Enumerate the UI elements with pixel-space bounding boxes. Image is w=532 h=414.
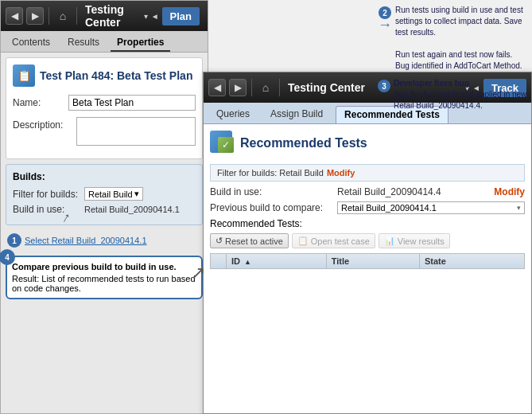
callout-4-text: Result: List of recommended tests to run… [12, 274, 196, 293]
filter-value: Retail Build [88, 189, 133, 199]
plan-icon: 📋 [13, 64, 35, 87]
prev-build-value: Retail Build_20090414.1 [341, 203, 514, 213]
view-results-button[interactable]: 📊 View results [379, 233, 450, 248]
callout-3-number: 3 [378, 80, 390, 92]
filter-bar-text: Filter for builds: Retail Build [217, 168, 324, 178]
build-modify-link[interactable]: Modify [494, 186, 525, 197]
right-home-icon[interactable]: ⌂ [257, 79, 274, 96]
description-row: Description: [13, 117, 196, 146]
callout-2: 2 → Run tests using build in use and tes… [378, 5, 527, 72]
tab-properties[interactable]: Properties [111, 34, 170, 52]
build-in-use-label-right: Build in use: [210, 186, 337, 197]
callout-4-number: 4 [0, 249, 15, 265]
prev-build-label: Previous build to compare: [210, 202, 337, 213]
callout-2-arrow: → [378, 19, 392, 30]
plan-badge: Plan [162, 7, 200, 25]
view-results-label: View results [398, 236, 445, 246]
name-input[interactable] [68, 95, 196, 111]
recommended-tests-table: ID ▲ Title State [210, 253, 525, 269]
action-bar: ↺ Reset to active 📋 Open test case 📊 Vie… [210, 233, 525, 248]
builds-title: Builds: [13, 171, 196, 182]
toolbar-divider-1 [49, 7, 49, 25]
left-arrow-icon[interactable]: ◄ [151, 12, 159, 21]
forward-button[interactable]: ▶ [26, 7, 44, 25]
builds-section: Builds: Filter for builds: Retail Build … [6, 164, 203, 225]
table-header-row: ID ▲ Title State [211, 254, 525, 269]
col-title[interactable]: Title [326, 254, 419, 269]
plan-header: 📋 Test Plan 484: Beta Test Plan [13, 64, 196, 87]
left-toolbar: ◀ ▶ ⌂ Testing Center ▾ ◄ Plan [1, 1, 208, 31]
icon-overlay: ✓ [218, 137, 234, 153]
callout-4-area: 4 Compare previous build to build in use… [6, 256, 203, 299]
back-button[interactable]: ◀ [6, 7, 23, 25]
right-panel: ◀ ▶ ⌂ Testing Center ▾ ◄ Track Queries A… [203, 72, 532, 414]
tab-contents[interactable]: Contents [6, 34, 56, 52]
build-in-use-value-right: Retail Build_20090414.4 [337, 186, 491, 197]
reset-to-active-button[interactable]: ↺ Reset to active [210, 233, 289, 248]
filter-modify-link[interactable]: Modify [327, 168, 355, 178]
prev-build-row: Previous build to compare: Retail Build_… [210, 201, 525, 214]
tab-results[interactable]: Results [61, 34, 106, 52]
right-callouts-area: 2 → Run tests using build in use and tes… [373, 0, 532, 116]
right-content: ✓ Recommended Tests Filter for builds: R… [204, 124, 531, 413]
left-panel: ◀ ▶ ⌂ Testing Center ▾ ◄ Plan Contents R… [0, 0, 208, 414]
filter-bar: Filter for builds: Retail Build Modify [210, 164, 525, 182]
right-toolbar-divider-2 [279, 79, 280, 96]
filter-label: Filter for builds: [13, 189, 84, 200]
view-results-icon: 📊 [384, 236, 395, 246]
panel-arrow-connector: ↗ [191, 263, 205, 283]
plan-title: Test Plan 484: Beta Test Plan [40, 69, 192, 82]
col-state[interactable]: State [419, 254, 524, 269]
id-sort-icon: ▲ [244, 258, 251, 266]
callout-1-number: 1 [7, 233, 21, 248]
callout-2-text: Run tests using build in use and test se… [395, 5, 527, 72]
description-input[interactable] [76, 117, 196, 146]
toolbar-divider-2 [76, 7, 77, 25]
right-toolbar-divider-1 [251, 79, 252, 96]
build-in-use-row-right: Build in use: Retail Build_20090414.4 Mo… [210, 186, 525, 197]
tab-assign-build[interactable]: Assign Build [262, 106, 331, 123]
recommended-header: ✓ Recommended Tests [210, 131, 525, 156]
prev-build-select[interactable]: Retail Build_20090414.1 ▾ [337, 201, 525, 214]
tab-queries[interactable]: Queries [208, 106, 258, 123]
col-id[interactable]: ID ▲ [227, 254, 327, 269]
reset-label: Reset to active [225, 236, 283, 246]
callout-4-title: Compare previous build to build in use. [12, 262, 196, 271]
right-forward-button[interactable]: ▶ [229, 79, 247, 96]
callout-1-link[interactable]: Select Retail Build_20090414.1 [25, 236, 147, 245]
left-tabs-bar: Contents Results Properties [1, 31, 208, 53]
open-test-case-button[interactable]: 📋 Open test case [292, 233, 375, 248]
recommended-tests-label: Recommended Tests: [210, 218, 525, 229]
recommended-title: Recommended Tests [240, 136, 367, 150]
filter-dropdown[interactable]: Retail Build ▾ [84, 187, 143, 201]
app-title: Testing Center [82, 3, 141, 29]
build-in-use-value: Retail Build_20090414.1 [84, 205, 180, 214]
recommended-icon: ✓ [210, 131, 235, 156]
plan-content: 📋 Test Plan 484: Beta Test Plan Name: De… [6, 57, 203, 159]
right-back-button[interactable]: ◀ [208, 79, 226, 96]
prev-build-arrow-icon: ▾ [517, 204, 521, 212]
name-row: Name: [13, 95, 196, 111]
filter-row: Filter for builds: Retail Build ▾ [13, 187, 196, 201]
callout-3: 3 Developer fixes bug Bug fix checked in… [378, 78, 527, 111]
reset-icon: ↺ [216, 236, 223, 246]
callout-3-title: Developer fixes bug [394, 79, 469, 88]
dropdown-arrow-icon[interactable]: ▾ [144, 12, 148, 21]
filter-dropdown-arrow[interactable]: ▾ [134, 189, 139, 199]
col-checkbox [211, 254, 227, 269]
build-in-use-label: Build in use: [13, 204, 84, 215]
callout-3-text: Developer fixes bug Bug fix checked in a… [394, 78, 527, 111]
name-label: Name: [13, 95, 68, 108]
build-in-use-row: Build in use: Retail Build_20090414.1 [13, 204, 196, 215]
open-test-label: Open test case [311, 236, 370, 246]
home-icon[interactable]: ⌂ [54, 7, 72, 25]
open-test-icon: 📋 [297, 236, 309, 246]
callout-1-area: 1 Select Retail Build_20090414.1 ↑ [7, 233, 201, 248]
description-label: Description: [13, 117, 76, 131]
